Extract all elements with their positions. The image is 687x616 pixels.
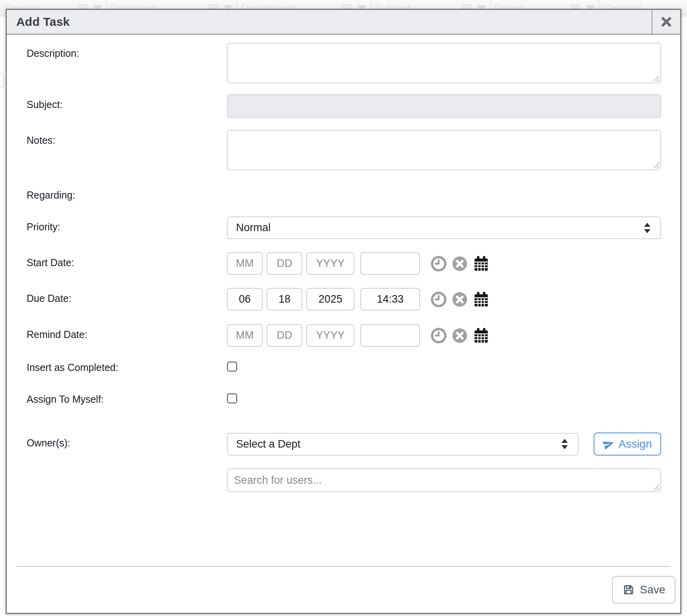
assign-myself-row: Assign To Myself: [27, 391, 680, 407]
department-selected-value: Select a Dept [236, 438, 300, 450]
insert-completed-label: Insert as Completed: [27, 362, 227, 373]
notes-label: Notes: [27, 130, 227, 146]
due-date-label: Due Date: [27, 288, 227, 304]
dialog-body: Description: Subject: Notes: [7, 35, 680, 604]
due-day-input[interactable] [267, 288, 302, 311]
notes-textarea[interactable] [227, 130, 661, 170]
assign-button[interactable]: Assign [594, 433, 661, 456]
clock-icon [431, 292, 447, 307]
subject-row: Subject: [27, 94, 680, 118]
remind-date-label: Remind Date: [27, 324, 227, 340]
priority-selected-value: Normal [236, 222, 271, 234]
notes-row: Notes: [27, 130, 680, 170]
start-clear-date-button[interactable] [452, 256, 468, 272]
save-button[interactable]: Save [612, 576, 675, 604]
clock-icon [431, 328, 447, 344]
calendar-icon [473, 327, 490, 344]
user-search-input[interactable] [227, 468, 661, 492]
close-button[interactable] [652, 10, 680, 34]
priority-row: Priority: Normal [27, 216, 680, 239]
description-label: Description: [27, 43, 227, 59]
updown-arrows-icon [560, 438, 569, 450]
background-partial-input [0, 73, 4, 88]
remind-time-picker-button[interactable] [431, 328, 447, 344]
description-textarea[interactable] [227, 43, 661, 83]
save-button-label: Save [640, 583, 666, 596]
calendar-icon [473, 255, 490, 272]
dialog-footer: Save [27, 576, 675, 604]
remind-calendar-picker-button[interactable] [473, 327, 490, 344]
user-search-row [27, 468, 680, 492]
subject-label: Subject: [27, 94, 227, 110]
circle-x-icon [452, 256, 468, 272]
start-time-picker-button[interactable] [431, 256, 447, 272]
insert-as-completed-checkbox[interactable] [227, 361, 237, 372]
assign-myself-label: Assign To Myself: [27, 394, 227, 405]
remind-time-input[interactable] [360, 324, 420, 347]
start-date-label: Start Date: [27, 252, 227, 268]
due-date-row: Due Date: [27, 288, 680, 311]
footer-divider [16, 566, 671, 567]
priority-select[interactable]: Normal [227, 216, 661, 239]
due-calendar-picker-button[interactable] [473, 291, 490, 308]
updown-arrows-icon [643, 222, 652, 234]
description-row: Description: [27, 43, 680, 83]
remind-month-input[interactable] [227, 324, 263, 347]
owners-row: Owner(s): Select a Dept Assign [27, 433, 680, 456]
add-task-dialog: Add Task Description: Subject: Notes: [6, 9, 681, 614]
paper-plane-icon [603, 438, 615, 450]
circle-x-icon [452, 292, 468, 307]
remind-day-input[interactable] [267, 324, 302, 347]
floppy-save-icon [622, 583, 635, 596]
regarding-label: Regarding: [27, 185, 227, 201]
due-clear-date-button[interactable] [452, 292, 468, 307]
start-month-input[interactable] [227, 252, 263, 275]
regarding-row: Regarding: [27, 185, 680, 201]
start-date-row: Start Date: [27, 252, 680, 275]
close-icon [660, 16, 672, 28]
owners-label: Owner(s): [27, 433, 227, 449]
priority-label: Priority: [27, 216, 227, 233]
assign-to-myself-checkbox[interactable] [227, 393, 237, 404]
subject-input [227, 94, 661, 118]
user-search-spacer [27, 468, 227, 473]
dialog-title: Add Task [7, 10, 652, 34]
calendar-icon [473, 291, 490, 308]
remind-date-row: Remind Date: [27, 324, 680, 347]
remind-year-input[interactable] [306, 324, 354, 347]
due-time-picker-button[interactable] [431, 292, 447, 307]
department-select[interactable]: Select a Dept [227, 433, 579, 456]
start-time-input[interactable] [360, 252, 420, 275]
dialog-header: Add Task [7, 10, 680, 35]
due-month-input[interactable] [227, 288, 263, 311]
circle-x-icon [452, 328, 468, 344]
assign-button-label: Assign [618, 438, 652, 450]
clock-icon [431, 256, 447, 272]
insert-completed-row: Insert as Completed: [27, 359, 680, 375]
due-year-input[interactable] [306, 288, 354, 311]
remind-clear-date-button[interactable] [452, 328, 468, 344]
start-day-input[interactable] [267, 252, 302, 275]
start-calendar-picker-button[interactable] [473, 255, 490, 272]
start-year-input[interactable] [306, 252, 354, 275]
due-time-input[interactable] [360, 288, 420, 311]
